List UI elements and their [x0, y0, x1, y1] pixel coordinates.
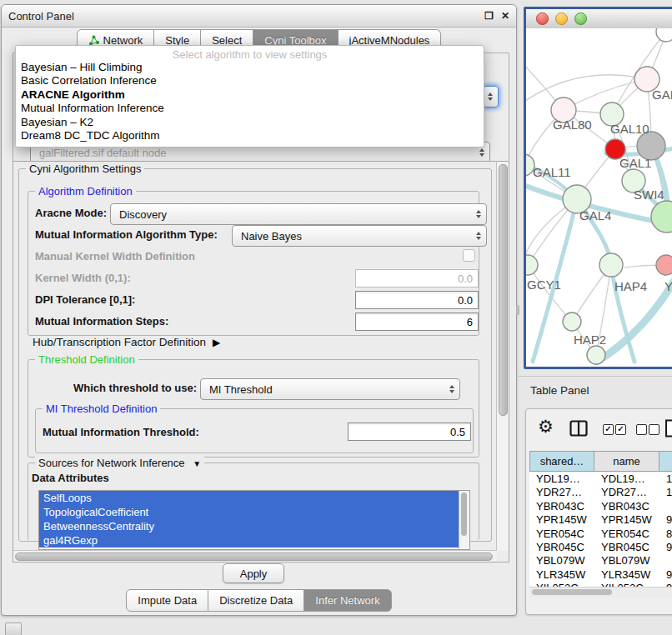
- column-header-name[interactable]: name: [594, 451, 659, 472]
- node-label-y: Y: [664, 279, 672, 293]
- attributes-scrollbar[interactable]: [459, 491, 469, 549]
- table-row[interactable]: YDL19…YDL19…13: [529, 472, 672, 486]
- deselect-all-icon[interactable]: [636, 424, 647, 435]
- network-node-swi4-node[interactable]: [651, 201, 672, 232]
- expander-right-icon: ▶: [213, 337, 220, 348]
- table-cell[interactable]: YBL079W: [594, 554, 659, 568]
- minimize-traffic-light[interactable]: [555, 12, 568, 25]
- mi-threshold-field[interactable]: [348, 422, 471, 441]
- page-icon[interactable]: [664, 419, 672, 438]
- table-row[interactable]: YBL079WYBL079W: [529, 554, 672, 568]
- table-cell[interactable]: 9.: [659, 541, 672, 554]
- close-traffic-light[interactable]: [536, 12, 549, 25]
- attribute-item-selfloops[interactable]: SelfLoops: [39, 491, 459, 505]
- algorithm-option-dream8-dc-tdc-algorithm[interactable]: Dream8 DC_TDC Algorithm: [16, 129, 484, 142]
- mi-steps-field[interactable]: [355, 312, 479, 331]
- sources-expander[interactable]: Sources for Network Inference ▼: [35, 457, 204, 470]
- attribute-item-betweennesscentrality[interactable]: BetweennessCentrality: [39, 519, 459, 533]
- table-row[interactable]: YPR145WYPR145W9.: [529, 513, 672, 527]
- table-horizontal-scrollbar[interactable]: [529, 587, 672, 598]
- table-cell[interactable]: YPR145W: [529, 513, 594, 527]
- table-cell[interactable]: YPR145W: [594, 513, 659, 527]
- scrollbar-thumb[interactable]: [461, 492, 467, 536]
- mi-algorithm-type-select[interactable]: Naive Bayes: [232, 225, 487, 247]
- table-cell[interactable]: 9.: [659, 568, 672, 582]
- network-window-titlebar[interactable]: [526, 9, 672, 29]
- dpi-tolerance-field[interactable]: [355, 291, 479, 309]
- algorithm-option-aracne-algorithm[interactable]: ARACNE Algorithm: [16, 88, 484, 102]
- attribute-item-gal4rgexp[interactable]: gal4RGexp: [39, 533, 459, 548]
- table-cell[interactable]: YDR27…: [529, 486, 594, 499]
- tab-label: Discretize Data: [219, 594, 293, 607]
- deselect-all-icon[interactable]: [649, 424, 659, 435]
- table-cell[interactable]: YBR043C: [594, 500, 659, 513]
- attribute-item-topologicalcoefficient[interactable]: TopologicalCoefficient: [39, 505, 459, 519]
- table-cell[interactable]: YDR27…: [594, 486, 659, 499]
- select-all-check-icon[interactable]: ✓: [603, 424, 614, 435]
- float-window-icon[interactable]: ❒: [484, 10, 494, 22]
- dpi-tolerance-label: DPI Tolerance [0,1]:: [35, 293, 135, 306]
- network-node-bottom-node[interactable]: [587, 346, 605, 364]
- tab-discretize-data[interactable]: Discretize Data: [208, 589, 304, 612]
- which-threshold-select[interactable]: MI Threshold: [200, 378, 460, 400]
- node-label-swi4: SWI4: [634, 188, 664, 202]
- table-cell[interactable]: YBR043C: [529, 500, 594, 513]
- network-canvas[interactable]: GALGAL80GAL10GAL1GAL11SWI4GAL4GCY1HAP4YH…: [526, 28, 672, 367]
- apply-button[interactable]: Apply: [223, 563, 284, 583]
- algorithm-option-bayesian-k2[interactable]: Bayesian – K2: [16, 116, 484, 129]
- scrollbar-thumb[interactable]: [499, 164, 508, 416]
- table-row[interactable]: YDR27…YDR27…12: [529, 486, 672, 499]
- table-cell[interactable]: 8.: [659, 528, 672, 541]
- table-cell[interactable]: [659, 554, 672, 568]
- table-cell[interactable]: YER054C: [594, 528, 659, 541]
- aracne-mode-select[interactable]: Discovery: [110, 203, 487, 225]
- table-cell[interactable]: YBL079W: [529, 554, 594, 568]
- select-all-check-icon[interactable]: ✓: [615, 424, 626, 435]
- algorithm-combo-button[interactable]: [483, 86, 499, 108]
- scrollbar-thumb[interactable]: [532, 589, 612, 595]
- zoom-traffic-light[interactable]: [574, 12, 587, 25]
- table-cell[interactable]: YDL19…: [594, 472, 659, 486]
- column-header-extra[interactable]: [659, 451, 672, 472]
- network-node-hap4-node[interactable]: [599, 253, 623, 277]
- tab-impute-data[interactable]: Impute Data: [126, 589, 208, 612]
- gear-icon[interactable]: ⚙: [538, 417, 554, 437]
- table-cell[interactable]: 9.: [659, 513, 672, 527]
- network-node-gcy1-node[interactable]: [526, 255, 538, 275]
- desktop: Control Panel ❒ ✕ NetworkStyleSelectCyni…: [0, 0, 672, 635]
- table-cell[interactable]: YDL19…: [529, 472, 594, 486]
- column-header-shared[interactable]: shared…: [529, 451, 594, 472]
- table-cell[interactable]: YBR045C: [594, 541, 659, 554]
- table-cell[interactable]: [659, 500, 672, 513]
- network-node-hap2-node[interactable]: [563, 312, 581, 331]
- settings-vertical-scrollbar[interactable]: [496, 162, 509, 551]
- table-row[interactable]: YBR045CYBR045C9.: [529, 541, 672, 554]
- algorithm-option-mutual-information-inference[interactable]: Mutual Information Inference: [16, 102, 484, 115]
- table-row[interactable]: YLR345WYLR345W9.: [529, 568, 672, 582]
- split-pane-grip[interactable]: [516, 305, 519, 315]
- algorithm-option-basic-correlation-inference[interactable]: Basic Correlation Inference: [16, 74, 484, 88]
- table-cell[interactable]: 12: [659, 486, 672, 499]
- algorithm-popup-list: Bayesian – Hill ClimbingBasic Correlatio…: [16, 61, 484, 142]
- close-window-icon[interactable]: ✕: [501, 10, 509, 22]
- table-row[interactable]: YER054CYER054C8.: [529, 528, 672, 541]
- network-node-salmon-node[interactable]: [656, 255, 672, 275]
- spinner-arrows: [445, 385, 459, 393]
- table-cell[interactable]: YER054C: [529, 528, 594, 541]
- tab-infer-network[interactable]: Infer Network: [304, 589, 391, 612]
- table-cell[interactable]: 13: [659, 472, 672, 486]
- table-cell[interactable]: YLR345W: [529, 568, 594, 582]
- scrollbar-thumb[interactable]: [15, 552, 493, 561]
- settings-horizontal-scrollbar[interactable]: [13, 550, 497, 562]
- table-cell[interactable]: YBR045C: [529, 541, 594, 554]
- algorithm-option-bayesian-hill-climbing[interactable]: Bayesian – Hill Climbing: [16, 61, 484, 74]
- table-row[interactable]: YBR043CYBR043C: [529, 500, 672, 513]
- control-panel-titlebar[interactable]: Control Panel ❒ ✕: [2, 5, 516, 28]
- cyni-settings-group: Cyni Algorithm Settings Algorithm Defini…: [18, 168, 492, 542]
- columns-icon[interactable]: [569, 420, 588, 437]
- hub-expander[interactable]: Hub/Transcription Factor Definition▶: [33, 336, 220, 348]
- network-node-top-node[interactable]: [656, 28, 672, 42]
- table-cell[interactable]: YLR345W: [594, 568, 659, 582]
- bottom-left-panel-icon[interactable]: [5, 622, 22, 635]
- table-rows: YDL19…YDL19…13YDR27…YDR27…12YBR043CYBR04…: [529, 472, 672, 587]
